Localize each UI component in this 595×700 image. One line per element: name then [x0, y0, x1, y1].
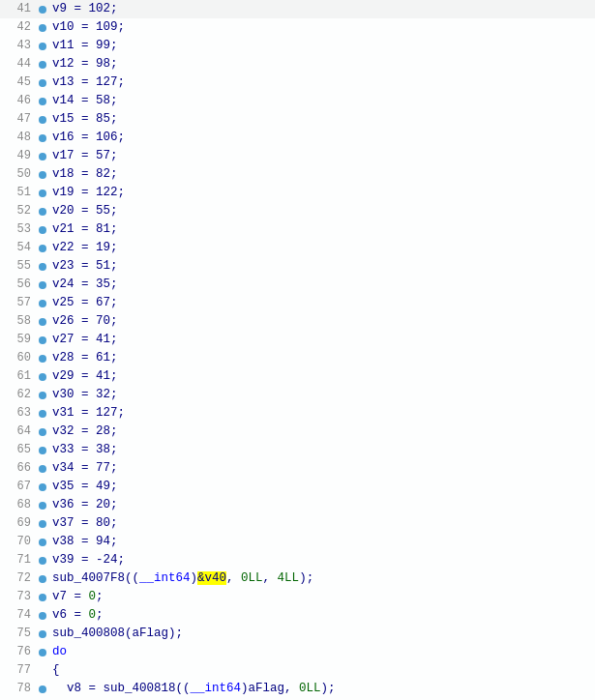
- code-text: v34 = 77;: [52, 459, 118, 478]
- table-row: 41v9 = 102;: [0, 0, 595, 18]
- line-number: 52: [4, 202, 31, 220]
- code-text: v11 = 99;: [52, 37, 118, 55]
- breakpoint-dot[interactable]: [39, 171, 46, 179]
- code-text: v30 = 32;: [52, 386, 118, 404]
- breakpoint-dot[interactable]: [39, 61, 46, 69]
- table-row: 54v22 = 19;: [0, 239, 595, 257]
- breakpoint-dot[interactable]: [39, 649, 46, 656]
- table-row: 77{: [0, 661, 595, 680]
- breakpoint-dot[interactable]: [39, 575, 46, 583]
- breakpoint-dot[interactable]: [39, 630, 46, 638]
- breakpoint-dot[interactable]: [39, 208, 46, 216]
- table-row: 43v11 = 99;: [0, 37, 595, 55]
- code-text: do: [52, 643, 67, 661]
- code-text: v17 = 57;: [52, 147, 118, 165]
- table-row: 75sub_400808(aFlag);: [0, 625, 595, 643]
- line-number: 73: [4, 588, 31, 606]
- table-row: 59v27 = 41;: [0, 331, 595, 349]
- code-text: sub_400808(aFlag);: [52, 625, 183, 643]
- line-number: 62: [4, 386, 31, 404]
- line-number: 57: [4, 294, 31, 312]
- breakpoint-dot[interactable]: [39, 355, 46, 363]
- line-number: 47: [4, 110, 31, 129]
- table-row: 55v23 = 51;: [0, 257, 595, 276]
- code-text: sub_4007F8((__int64)&v40, 0LL, 4LL);: [52, 569, 313, 588]
- line-number: 51: [4, 184, 31, 202]
- table-row: 53v21 = 81;: [0, 220, 595, 239]
- code-text: v31 = 127;: [52, 404, 125, 423]
- line-number: 44: [4, 55, 31, 73]
- breakpoint-dot[interactable]: [39, 685, 46, 693]
- table-row: 74v6 = 0;: [0, 606, 595, 625]
- breakpoint-dot[interactable]: [39, 502, 46, 510]
- breakpoint-dot[interactable]: [39, 79, 46, 87]
- code-text: v6 = 0;: [52, 606, 104, 625]
- code-text: v23 = 51;: [52, 257, 118, 276]
- breakpoint-dot[interactable]: [39, 428, 46, 436]
- line-number: 78: [4, 680, 31, 698]
- breakpoint-dot[interactable]: [39, 153, 46, 160]
- table-row: 63v31 = 127;: [0, 404, 595, 423]
- line-number: 60: [4, 349, 31, 367]
- breakpoint-dot[interactable]: [39, 594, 46, 601]
- line-number: 63: [4, 404, 31, 423]
- breakpoint-dot[interactable]: [39, 300, 46, 307]
- breakpoint-dot[interactable]: [39, 557, 46, 565]
- table-row: 50v18 = 82;: [0, 165, 595, 184]
- breakpoint-dot[interactable]: [39, 539, 46, 546]
- table-row: 42v10 = 109;: [0, 18, 595, 37]
- code-text: v37 = 80;: [52, 514, 118, 533]
- breakpoint-dot[interactable]: [39, 245, 46, 252]
- code-text: v39 = -24;: [52, 551, 125, 569]
- table-row: 51v19 = 122;: [0, 184, 595, 202]
- code-text: v7 = 0;: [52, 588, 104, 606]
- breakpoint-dot[interactable]: [39, 281, 46, 289]
- breakpoint-dot[interactable]: [39, 226, 46, 234]
- code-text: v15 = 85;: [52, 110, 118, 129]
- breakpoint-dot[interactable]: [39, 24, 46, 32]
- breakpoint-dot[interactable]: [39, 373, 46, 381]
- line-number: 71: [4, 551, 31, 569]
- line-number: 41: [4, 0, 31, 18]
- table-row: 65v33 = 38;: [0, 441, 595, 459]
- breakpoint-dot[interactable]: [39, 410, 46, 418]
- code-text: v38 = 94;: [52, 533, 118, 551]
- table-row: 58v26 = 70;: [0, 312, 595, 331]
- code-lines: 41v9 = 102;42v10 = 109;43v11 = 99;44v12 …: [0, 0, 595, 700]
- table-row: 46v14 = 58;: [0, 92, 595, 110]
- code-text: v32 = 28;: [52, 423, 118, 441]
- table-row: 69v37 = 80;: [0, 514, 595, 533]
- code-text: v12 = 98;: [52, 55, 118, 73]
- line-number: 48: [4, 129, 31, 147]
- breakpoint-dot[interactable]: [39, 134, 46, 142]
- breakpoint-dot[interactable]: [39, 336, 46, 344]
- breakpoint-dot[interactable]: [39, 520, 46, 528]
- code-text: v24 = 35;: [52, 276, 118, 294]
- breakpoint-dot[interactable]: [39, 465, 46, 473]
- breakpoint-dot[interactable]: [39, 190, 46, 197]
- code-editor: 41v9 = 102;42v10 = 109;43v11 = 99;44v12 …: [0, 0, 595, 700]
- table-row: 52v20 = 55;: [0, 202, 595, 220]
- breakpoint-dot[interactable]: [39, 447, 46, 454]
- line-number: 56: [4, 276, 31, 294]
- breakpoint-dot[interactable]: [39, 318, 46, 326]
- code-text: v16 = 106;: [52, 129, 125, 147]
- breakpoint-dot[interactable]: [39, 612, 46, 620]
- breakpoint-dot[interactable]: [39, 116, 46, 124]
- breakpoint-dot[interactable]: [39, 392, 46, 399]
- line-number: 59: [4, 331, 31, 349]
- breakpoint-dot[interactable]: [39, 98, 46, 105]
- line-number: 45: [4, 73, 31, 92]
- breakpoint-dot[interactable]: [39, 483, 46, 491]
- breakpoint-dot[interactable]: [39, 263, 46, 271]
- line-number: 50: [4, 165, 31, 184]
- line-number: 75: [4, 625, 31, 643]
- code-text: v14 = 58;: [52, 92, 118, 110]
- table-row: 48v16 = 106;: [0, 129, 595, 147]
- code-text: v29 = 41;: [52, 367, 118, 386]
- breakpoint-dot[interactable]: [39, 6, 46, 14]
- code-text: v9 = 102;: [52, 0, 118, 18]
- table-row: 61v29 = 41;: [0, 367, 595, 386]
- breakpoint-dot[interactable]: [39, 43, 46, 50]
- line-number: 72: [4, 569, 31, 588]
